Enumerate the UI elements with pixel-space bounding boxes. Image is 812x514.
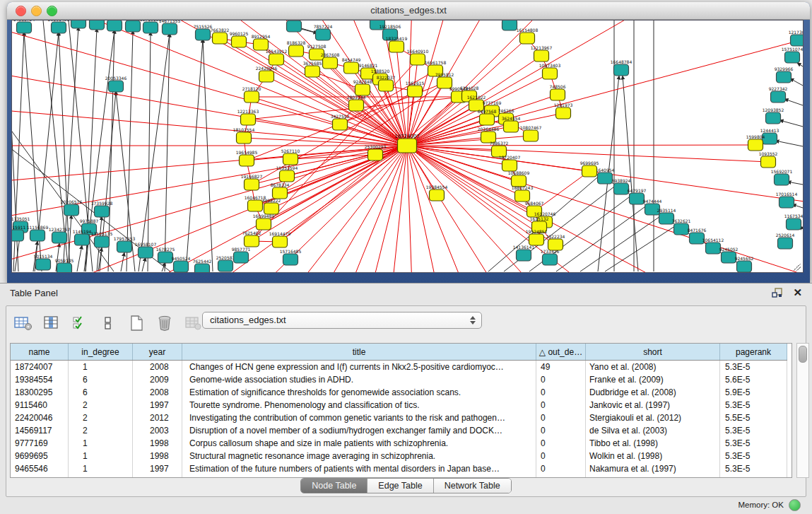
teal-node[interactable] (64, 204, 79, 216)
teal-node[interactable] (196, 29, 211, 40)
table-scrollbar[interactable] (796, 343, 809, 478)
teal-node[interactable] (95, 206, 110, 217)
yellow-node[interactable] (280, 170, 295, 182)
delete-column-button[interactable] (155, 314, 175, 332)
yellow-node[interactable] (269, 54, 284, 65)
teal-node[interactable] (777, 71, 792, 83)
yellow-node[interactable] (245, 91, 259, 103)
yellow-node[interactable] (333, 119, 348, 130)
teal-node[interactable] (174, 261, 189, 272)
yellow-node[interactable] (245, 235, 259, 247)
teal-node[interactable] (630, 193, 645, 204)
cell-out_de[interactable]: 49 (536, 361, 586, 374)
table-row[interactable]: 1830029562008Estimation of significance … (11, 386, 787, 399)
yellow-node[interactable] (283, 153, 298, 165)
cell-year[interactable]: 2003 (133, 424, 182, 437)
yellow-node[interactable] (408, 86, 423, 97)
cell-in_degree[interactable]: 1 (69, 462, 133, 475)
yellow-node[interactable] (529, 234, 544, 245)
yellow-node[interactable] (748, 139, 763, 151)
teal-node[interactable] (614, 64, 629, 76)
cell-out_de[interactable]: 0 (536, 450, 586, 462)
teal-node[interactable] (52, 22, 66, 33)
edge[interactable] (784, 99, 803, 105)
teal-node[interactable] (517, 250, 531, 261)
float-panel-icon[interactable] (772, 287, 783, 298)
edge[interactable] (797, 63, 803, 66)
cell-in_degree[interactable]: 6 (69, 386, 133, 399)
cell-pagerank[interactable]: 5.3E-5 (720, 399, 787, 411)
cell-out_de[interactable]: 0 (536, 411, 586, 424)
table-row[interactable]: 1938455462009Genome-wide association stu… (11, 373, 787, 386)
yellow-node[interactable] (240, 155, 254, 166)
table-row[interactable]: 969969511998Structural magnetic resonanc… (11, 450, 787, 462)
cell-pagerank[interactable]: 5.5E-5 (720, 411, 787, 424)
table-row[interactable]: 1872400712008Changes of HCN gene express… (11, 361, 787, 374)
teal-node[interactable] (117, 241, 132, 252)
select-rows-button[interactable] (70, 314, 90, 332)
teal-node[interactable] (36, 259, 51, 270)
edge[interactable] (779, 120, 803, 127)
teal-node[interactable] (778, 238, 793, 249)
edge[interactable] (407, 21, 803, 146)
teal-node[interactable] (766, 112, 781, 124)
cell-name[interactable]: 9115460 (11, 399, 69, 411)
table-row[interactable]: 911546021997Tourette syndrome. Phenomeno… (11, 399, 787, 411)
column-header-short[interactable]: short (586, 344, 720, 361)
teal-node[interactable] (57, 263, 72, 272)
cell-pagerank[interactable]: 5.3E-5 (720, 437, 787, 450)
teal-node[interactable] (158, 252, 173, 263)
yellow-node[interactable] (248, 200, 263, 211)
edge[interactable] (121, 252, 124, 271)
table-mode-button[interactable] (13, 314, 33, 332)
teal-node[interactable] (90, 21, 105, 30)
yellow-node[interactable] (323, 57, 338, 69)
cell-out_de[interactable]: 0 (536, 399, 586, 411)
teal-node[interactable] (787, 218, 801, 230)
cell-out_de[interactable]: 0 (536, 437, 586, 450)
teal-node[interactable] (598, 173, 613, 184)
teal-node[interactable] (195, 264, 210, 272)
edge[interactable] (605, 225, 677, 271)
teal-node[interactable] (30, 230, 45, 241)
citation-network-graph[interactable]: 1405572420691406105532871065328715276026… (12, 21, 803, 272)
memory-status-icon[interactable] (789, 499, 801, 511)
table-row[interactable]: 1456911722003Disruption of a novel membe… (11, 424, 787, 437)
cell-in_degree[interactable]: 2 (69, 411, 133, 424)
teal-node[interactable] (107, 21, 122, 31)
teal-node[interactable] (771, 91, 786, 103)
window-titlebar[interactable]: citations_edges.txt (7, 2, 810, 20)
yellow-node[interactable] (389, 41, 404, 52)
teal-node[interactable] (287, 21, 302, 32)
yellow-node[interactable] (273, 187, 288, 199)
cell-year[interactable]: 2009 (133, 373, 182, 386)
yellow-node[interactable] (504, 121, 519, 132)
cell-year[interactable]: 1998 (133, 450, 182, 462)
yellow-node[interactable] (430, 189, 445, 201)
yellow-node[interactable] (524, 130, 539, 141)
edge[interactable] (580, 215, 662, 271)
teal-node[interactable] (95, 236, 110, 247)
yellow-node[interactable] (551, 89, 565, 100)
yellow-node[interactable] (305, 66, 320, 77)
tab-network-table[interactable]: Network Table (434, 479, 511, 493)
edge[interactable] (407, 145, 755, 146)
teal-node[interactable] (779, 197, 794, 208)
cell-name[interactable]: 9465546 (11, 462, 69, 475)
show-columns-button[interactable] (42, 314, 61, 332)
cell-pagerank[interactable]: 5.3E-5 (720, 424, 787, 437)
cell-in_degree[interactable]: 6 (69, 373, 133, 386)
cell-name[interactable]: 22420046 (11, 411, 69, 424)
yellow-node[interactable] (480, 114, 495, 125)
column-header-title[interactable]: title (182, 344, 536, 361)
teal-node[interactable] (502, 21, 517, 30)
edge[interactable] (775, 141, 803, 146)
cell-title[interactable]: Tourette syndrome. Phenomenology and cla… (182, 399, 536, 411)
yellow-node[interactable] (520, 33, 535, 44)
cell-in_degree[interactable]: 2 (69, 399, 133, 411)
yellow-node[interactable] (556, 107, 571, 119)
cell-pagerank[interactable]: 5.9E-5 (720, 386, 787, 399)
teal-node[interactable] (791, 35, 804, 46)
cell-title[interactable]: Disruption of a novel member of a sodium… (182, 424, 536, 437)
cell-out_de[interactable]: 0 (536, 373, 586, 386)
